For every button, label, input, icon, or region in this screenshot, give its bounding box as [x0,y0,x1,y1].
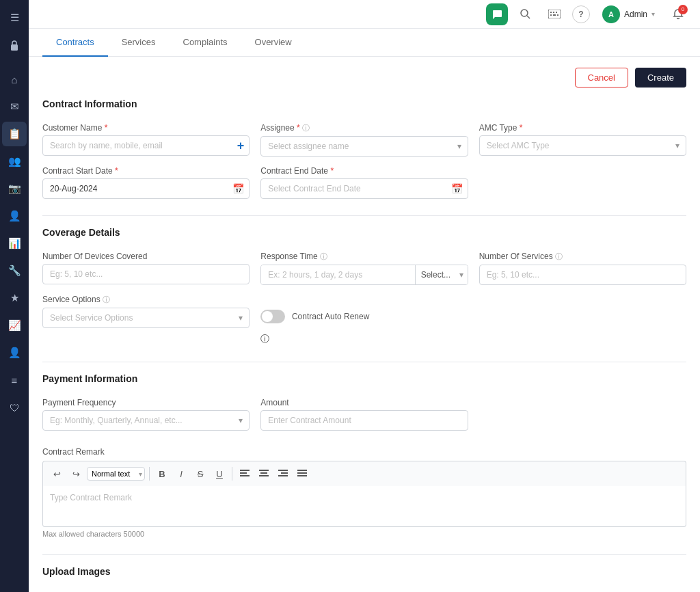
amc-type-select[interactable]: Select AMC Type [479,135,686,156]
lock-icon[interactable] [2,33,27,57]
remark-align-center-button[interactable] [256,466,272,482]
analytics-icon[interactable]: 📈 [2,313,27,338]
tools-icon[interactable]: 🔧 [2,258,27,283]
payment-frequency-label: Payment Frequency [42,398,250,407]
response-time-select[interactable]: Select... [415,265,468,284]
svg-rect-17 [281,472,288,474]
remark-redo-button[interactable]: ↪ [68,466,84,482]
tab-contracts[interactable]: Contracts [42,29,108,57]
remark-max-chars: Max allowed characters 50000 [42,530,686,538]
remark-bold-button[interactable]: B [154,466,170,482]
svg-line-2 [527,16,530,18]
remark-align-left-button[interactable] [237,466,253,482]
svg-rect-11 [240,472,247,474]
remark-undo-button[interactable]: ↩ [49,466,65,482]
amount-label: Amount [260,398,468,407]
num-services-group: Number Of Services ⓘ [479,252,686,285]
keyboard-icon[interactable] [543,3,565,25]
svg-rect-0 [11,44,18,51]
customer-name-group: Customer Name * + [42,123,250,157]
tabs-bar: Contracts Services Complaints Overview [29,29,700,57]
add-customer-icon[interactable]: + [237,139,245,153]
payment-spacer [479,398,686,431]
service-options-group: Service Options ⓘ Select Service Options [42,295,250,345]
remark-text-style-wrap: Normal text [87,467,145,481]
chart-bar-icon[interactable]: 📊 [2,231,27,256]
tab-complaints[interactable]: Complaints [170,29,241,57]
svg-point-1 [521,10,528,16]
payment-frequency-select[interactable]: Eg: Monthly, Quarterly, Annual, etc... [42,410,250,431]
email-icon[interactable]: ✉ [2,94,27,119]
main-content: Contracts Services Complaints Overview C… [29,29,700,592]
camera-sidebar-icon[interactable]: 📷 [2,176,27,201]
response-time-input-wrap: Select... [260,265,468,285]
payment-section: Payment Information Payment Frequency Eg… [42,373,686,431]
assignee-select[interactable]: Select assignee name [260,136,468,157]
svg-rect-14 [260,472,267,474]
row-coverage-top: Number Of Devices Covered Response Time … [42,252,686,285]
remark-align-right-button[interactable] [275,466,291,482]
end-date-group: Contract End Date * 📅 [260,166,468,199]
remark-strikethrough-button[interactable]: S [192,466,208,482]
svg-rect-8 [553,14,556,16]
notification-button[interactable]: 0 [667,3,689,25]
remark-text-style-select[interactable]: Normal text [87,467,145,481]
customer-name-label: Customer Name * [42,123,250,133]
num-devices-input[interactable] [42,264,250,284]
shield-icon[interactable]: 🛡 [2,395,27,420]
person-icon[interactable]: 👤 [2,340,27,365]
remark-underline-button[interactable]: U [211,466,228,482]
document-icon[interactable]: 📋 [2,122,27,146]
tab-services[interactable]: Services [108,29,170,57]
calendar-start-icon[interactable]: 📅 [232,183,244,194]
chat-button[interactable] [486,3,508,25]
spacer-group [479,166,686,199]
remark-toolbar: ↩ ↪ Normal text B I S U [42,461,686,486]
create-button[interactable]: Create [635,68,686,88]
upload-title: Upload Images [42,566,686,581]
svg-rect-16 [278,470,288,471]
svg-rect-20 [297,472,307,474]
contract-remark-editor[interactable]: Type Contract Remark [42,486,686,527]
admin-menu[interactable]: A Admin ▾ [597,3,660,26]
remark-align-justify-button[interactable] [294,466,310,482]
auto-renew-label: Contract Auto Renew [292,312,369,321]
auto-renew-toggle[interactable] [260,310,285,323]
num-services-input[interactable] [479,265,686,285]
people-icon[interactable]: 👥 [2,149,27,174]
lines-icon[interactable]: ≡ [2,368,27,392]
contract-remark-section: Contract Remark ↩ ↪ Normal text B I S U [42,447,686,538]
search-icon[interactable] [515,3,537,25]
content-area: Cancel Create Contract Information Custo… [29,57,700,587]
services-info-icon: ⓘ [555,252,563,260]
admin-avatar: A [602,5,620,23]
customer-name-input[interactable] [42,135,250,156]
tab-overview[interactable]: Overview [241,29,306,57]
admin-chevron-icon: ▾ [651,10,655,18]
remark-italic-button[interactable]: I [173,466,189,482]
topbar: ? A Admin ▾ 0 [29,0,700,29]
menu-icon[interactable]: ☰ [2,5,27,30]
admin-label: Admin [624,10,647,19]
response-time-input[interactable] [261,265,414,284]
contract-info-title: Contract Information [42,98,686,113]
home-icon[interactable]: ⌂ [2,67,27,92]
amc-type-group: AMC Type * Select AMC Type [479,123,686,157]
help-icon[interactable]: ? [572,5,590,23]
payment-frequency-group: Payment Frequency Eg: Monthly, Quarterly… [42,398,250,431]
group-icon[interactable]: 👤 [2,204,27,228]
calendar-end-icon[interactable]: 📅 [451,183,463,194]
cancel-button[interactable]: Cancel [575,68,628,88]
service-options-select[interactable]: Select Service Options [42,308,250,328]
amount-input[interactable] [260,410,468,431]
coverage-section: Coverage Details Number Of Devices Cover… [42,227,686,345]
service-options-select-wrap: Select Service Options [42,308,250,328]
start-date-label: Contract Start Date * [42,166,250,176]
star-icon[interactable]: ★ [2,286,27,310]
start-date-input[interactable] [42,178,250,199]
response-time-group: Response Time ⓘ Select... [260,252,468,285]
svg-rect-4 [550,12,552,13]
end-date-input[interactable] [260,178,468,199]
auto-renew-info-icon: ⓘ [260,334,269,344]
payment-title: Payment Information [42,373,686,388]
